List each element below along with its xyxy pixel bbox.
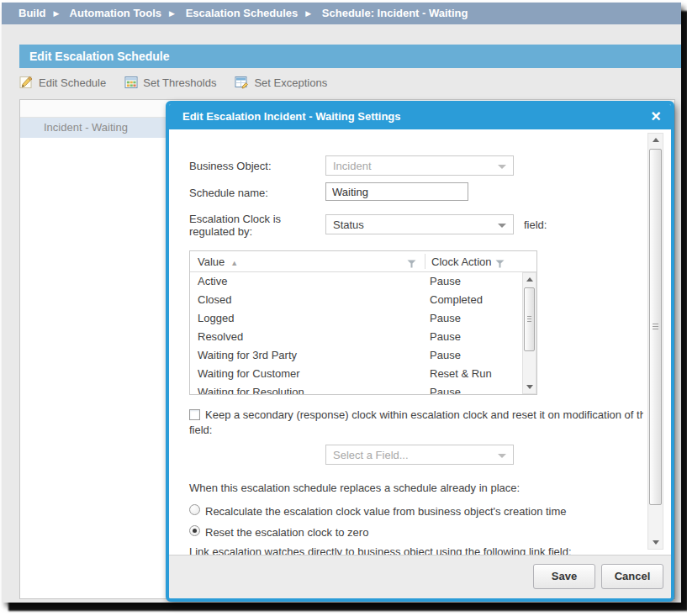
column-divider — [425, 254, 425, 269]
column-header-clock-action[interactable]: Clock Action — [431, 255, 492, 268]
breadcrumb: Build▶ Automation Tools▶ Escalation Sche… — [2, 3, 681, 24]
regulated-by-value: Status — [333, 218, 364, 232]
clock-action-cell: Pause — [430, 272, 524, 291]
table-row[interactable]: Waiting for 3rd PartyPause — [190, 346, 524, 365]
link-escalation-label: Link escalation watches directly to busi… — [189, 545, 572, 555]
scrollbar-thumb[interactable] — [524, 287, 535, 351]
table-header-row: Value▲ Clock Action — [190, 251, 536, 272]
dialog-scrollbar[interactable] — [647, 133, 663, 550]
sort-ascending-icon: ▲ — [230, 259, 238, 267]
edit-escalation-settings-dialog: Edit Escalation Incident - Waiting Setti… — [166, 101, 674, 602]
thresholds-grid-icon — [124, 76, 138, 89]
pencil-icon — [19, 76, 34, 89]
select-field-dropdown: Select a Field... — [325, 445, 514, 465]
column-header-value-label: Value — [198, 255, 225, 268]
business-object-dropdown: Incident — [325, 155, 514, 176]
breadcrumb-item-automation-tools[interactable]: Automation Tools — [70, 7, 162, 19]
save-button[interactable]: Save — [533, 564, 595, 589]
table-body: ActivePause ClosedCompleted LoggedPause … — [190, 272, 536, 394]
recalculate-clock-radio[interactable] — [189, 504, 200, 515]
value-cell: Resolved — [190, 328, 430, 346]
funnel-icon[interactable] — [407, 258, 416, 271]
business-object-value: Incident — [333, 160, 372, 173]
select-field-placeholder: Select a Field... — [333, 449, 409, 462]
close-icon[interactable]: × — [651, 104, 661, 129]
clock-action-cell: Pause — [430, 383, 524, 394]
clock-action-cell: Pause — [430, 328, 524, 346]
secondary-clock-checkbox[interactable] — [189, 409, 200, 420]
value-cell: Waiting for Resolution — [190, 383, 430, 394]
set-thresholds-label: Set Thresholds — [143, 76, 216, 89]
table-row[interactable]: Waiting for CustomerReset & Run — [190, 365, 524, 383]
value-cell: Active — [190, 272, 430, 291]
thumb-grip — [653, 324, 658, 329]
replace-section-label: When this escalation schedule replaces a… — [189, 482, 520, 494]
cancel-button[interactable]: Cancel — [601, 564, 663, 589]
dialog-title: Edit Escalation Incident - Waiting Setti… — [169, 104, 671, 129]
regulated-by-label: Escalation Clock is regulated by: — [189, 213, 322, 238]
set-exceptions-label: Set Exceptions — [254, 76, 327, 89]
thumb-grip — [527, 316, 531, 322]
set-exceptions-button[interactable]: Set Exceptions — [235, 76, 327, 89]
chevron-down-icon — [498, 454, 506, 458]
funnel-icon[interactable] — [495, 258, 505, 271]
breadcrumb-item-escalation-schedules[interactable]: Escalation Schedules — [186, 7, 299, 19]
secondary-clock-label-line2: field: — [189, 424, 212, 436]
table-row[interactable]: ResolvedPause — [190, 328, 524, 346]
value-cell: Waiting for Customer — [190, 365, 430, 383]
scroll-down-icon[interactable] — [648, 536, 663, 549]
dialog-body: Business Object: Incident Schedule name:… — [169, 129, 671, 555]
schedule-name-field-wrap — [325, 182, 468, 201]
table-row[interactable]: LoggedPause — [190, 309, 524, 328]
app-window: Build▶ Automation Tools▶ Escalation Sche… — [2, 3, 681, 603]
screenshot-stage: Build▶ Automation Tools▶ Escalation Sche… — [0, 0, 687, 616]
table-scrollbar[interactable] — [522, 272, 536, 394]
schedule-name-input[interactable] — [325, 182, 468, 201]
scroll-down-icon[interactable] — [523, 381, 536, 393]
recalculate-clock-label: Recalculate the escalation clock value f… — [205, 505, 567, 518]
business-object-label: Business Object: — [189, 160, 272, 172]
reset-clock-label: Reset the escalation clock to zero — [205, 526, 368, 539]
regulated-by-dropdown[interactable]: Status — [325, 214, 514, 234]
clock-action-cell: Pause — [430, 346, 524, 365]
table-row[interactable]: ActivePause — [190, 272, 524, 291]
breadcrumb-arrow-icon: ▶ — [54, 9, 60, 18]
column-header-value[interactable]: Value▲ — [198, 255, 238, 268]
chevron-down-icon — [498, 224, 506, 228]
dialog-footer: Save Cancel — [169, 555, 671, 598]
breadcrumb-arrow-icon: ▶ — [305, 9, 311, 18]
page-title: Edit Escalation Schedule — [19, 45, 681, 68]
breadcrumb-arrow-icon: ▶ — [169, 9, 175, 18]
secondary-clock-label-line1: Keep a secondary (response) clock within… — [205, 408, 643, 422]
value-cell: Closed — [190, 291, 430, 309]
scroll-up-icon[interactable] — [648, 134, 663, 146]
value-clock-action-table: Value▲ Clock Action ActivePause ClosedCo… — [189, 250, 537, 395]
breadcrumb-item-build[interactable]: Build — [18, 7, 46, 19]
field-suffix-label: field: — [524, 218, 547, 231]
reset-clock-radio[interactable] — [189, 525, 200, 536]
clock-action-cell: Pause — [430, 309, 524, 328]
schedule-name-label: Schedule name: — [189, 187, 268, 199]
table-row[interactable]: Waiting for ResolutionPause — [190, 383, 524, 394]
exceptions-table-icon — [235, 76, 249, 89]
dialog-title-text: Edit Escalation Incident - Waiting Setti… — [182, 110, 401, 123]
value-cell: Waiting for 3rd Party — [190, 346, 430, 365]
clock-action-cell: Reset & Run — [430, 365, 524, 383]
toolbar: Edit Schedule Set Thresholds Set Excepti… — [19, 72, 327, 92]
chevron-down-icon — [498, 165, 506, 169]
edit-schedule-button[interactable]: Edit Schedule — [19, 76, 106, 89]
set-thresholds-button[interactable]: Set Thresholds — [124, 76, 216, 89]
breadcrumb-item-current-schedule: Schedule: Incident - Waiting — [322, 7, 468, 19]
scroll-up-icon[interactable] — [523, 273, 536, 286]
value-cell: Logged — [190, 309, 430, 328]
table-row[interactable]: ClosedCompleted — [190, 291, 524, 309]
scrollbar-thumb[interactable] — [649, 149, 662, 505]
edit-schedule-label: Edit Schedule — [39, 76, 106, 89]
clock-action-cell: Completed — [430, 291, 524, 309]
